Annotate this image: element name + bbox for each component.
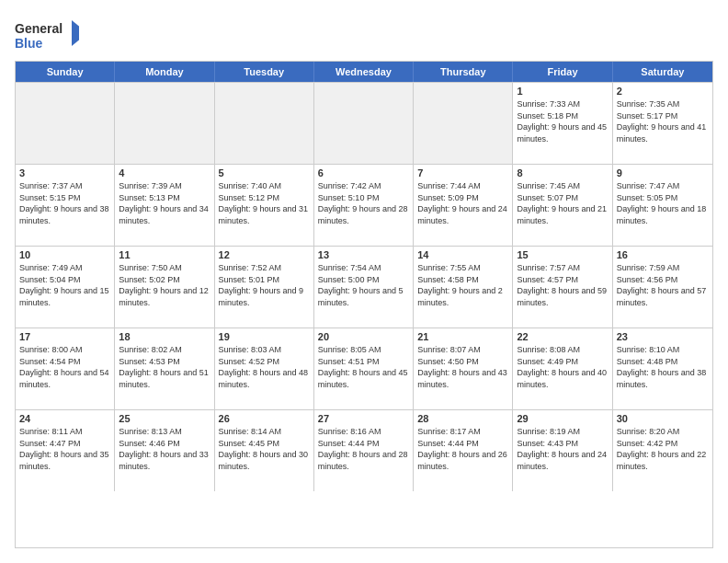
- day-header-tuesday: Tuesday: [215, 62, 314, 82]
- day-info: Sunrise: 7:47 AM Sunset: 5:05 PM Dayligh…: [617, 180, 709, 226]
- day-cell-1: 1Sunrise: 7:33 AM Sunset: 5:18 PM Daylig…: [513, 83, 612, 164]
- day-number: 13: [318, 249, 409, 260]
- day-number: 4: [119, 167, 210, 178]
- day-info: Sunrise: 8:05 AM Sunset: 4:51 PM Dayligh…: [318, 344, 409, 390]
- day-number: 14: [417, 249, 508, 260]
- day-info: Sunrise: 8:03 AM Sunset: 4:52 PM Dayligh…: [219, 344, 310, 390]
- week-row-4: 17Sunrise: 8:00 AM Sunset: 4:54 PM Dayli…: [16, 327, 712, 409]
- day-info: Sunrise: 7:55 AM Sunset: 4:58 PM Dayligh…: [417, 262, 508, 308]
- day-info: Sunrise: 7:39 AM Sunset: 5:13 PM Dayligh…: [119, 180, 210, 226]
- page: General Blue SundayMondayTuesdayWednesda…: [0, 0, 728, 563]
- day-header-saturday: Saturday: [613, 62, 712, 82]
- empty-cell: [115, 83, 214, 164]
- day-cell-6: 6Sunrise: 7:42 AM Sunset: 5:10 PM Daylig…: [314, 165, 414, 246]
- day-number: 27: [318, 413, 409, 424]
- day-cell-25: 25Sunrise: 8:13 AM Sunset: 4:46 PM Dayli…: [115, 410, 214, 491]
- day-number: 30: [617, 413, 709, 424]
- day-number: 16: [617, 249, 709, 260]
- day-header-wednesday: Wednesday: [314, 62, 414, 82]
- day-number: 22: [517, 331, 608, 342]
- day-number: 15: [517, 249, 608, 260]
- empty-cell: [16, 83, 115, 164]
- day-info: Sunrise: 8:10 AM Sunset: 4:48 PM Dayligh…: [617, 344, 709, 390]
- day-info: Sunrise: 8:07 AM Sunset: 4:50 PM Dayligh…: [417, 344, 508, 390]
- day-cell-21: 21Sunrise: 8:07 AM Sunset: 4:50 PM Dayli…: [414, 328, 513, 409]
- day-info: Sunrise: 8:08 AM Sunset: 4:49 PM Dayligh…: [517, 344, 608, 390]
- day-info: Sunrise: 8:16 AM Sunset: 4:44 PM Dayligh…: [318, 426, 409, 472]
- header: General Blue: [15, 15, 713, 52]
- day-cell-7: 7Sunrise: 7:44 AM Sunset: 5:09 PM Daylig…: [414, 165, 513, 246]
- empty-cell: [215, 83, 314, 164]
- day-info: Sunrise: 8:11 AM Sunset: 4:47 PM Dayligh…: [19, 426, 110, 472]
- week-row-5: 24Sunrise: 8:11 AM Sunset: 4:47 PM Dayli…: [16, 409, 712, 491]
- day-number: 1: [517, 86, 608, 97]
- day-info: Sunrise: 8:20 AM Sunset: 4:42 PM Dayligh…: [617, 426, 709, 472]
- day-number: 11: [119, 249, 210, 260]
- day-cell-26: 26Sunrise: 8:14 AM Sunset: 4:45 PM Dayli…: [215, 410, 314, 491]
- svg-text:Blue: Blue: [15, 36, 43, 51]
- day-cell-18: 18Sunrise: 8:02 AM Sunset: 4:53 PM Dayli…: [115, 328, 214, 409]
- week-row-3: 10Sunrise: 7:49 AM Sunset: 5:04 PM Dayli…: [16, 246, 712, 327]
- day-cell-23: 23Sunrise: 8:10 AM Sunset: 4:48 PM Dayli…: [613, 328, 712, 409]
- day-info: Sunrise: 8:13 AM Sunset: 4:46 PM Dayligh…: [119, 426, 210, 472]
- day-header-friday: Friday: [513, 62, 612, 82]
- day-number: 12: [219, 249, 310, 260]
- day-cell-30: 30Sunrise: 8:20 AM Sunset: 4:42 PM Dayli…: [613, 410, 712, 491]
- day-cell-10: 10Sunrise: 7:49 AM Sunset: 5:04 PM Dayli…: [16, 247, 115, 327]
- day-number: 29: [517, 413, 608, 424]
- day-cell-3: 3Sunrise: 7:37 AM Sunset: 5:15 PM Daylig…: [16, 165, 115, 246]
- day-info: Sunrise: 7:42 AM Sunset: 5:10 PM Dayligh…: [318, 180, 409, 226]
- day-number: 24: [19, 413, 110, 424]
- day-number: 6: [318, 167, 409, 178]
- day-cell-19: 19Sunrise: 8:03 AM Sunset: 4:52 PM Dayli…: [215, 328, 314, 409]
- logo-svg: General Blue: [15, 18, 79, 52]
- empty-cell: [414, 83, 513, 164]
- day-info: Sunrise: 7:49 AM Sunset: 5:04 PM Dayligh…: [19, 262, 110, 308]
- day-cell-11: 11Sunrise: 7:50 AM Sunset: 5:02 PM Dayli…: [115, 247, 214, 327]
- week-row-2: 3Sunrise: 7:37 AM Sunset: 5:15 PM Daylig…: [16, 164, 712, 246]
- day-cell-15: 15Sunrise: 7:57 AM Sunset: 4:57 PM Dayli…: [513, 247, 612, 327]
- day-cell-28: 28Sunrise: 8:17 AM Sunset: 4:44 PM Dayli…: [414, 410, 513, 491]
- day-number: 18: [119, 331, 210, 342]
- day-cell-27: 27Sunrise: 8:16 AM Sunset: 4:44 PM Dayli…: [314, 410, 414, 491]
- day-cell-8: 8Sunrise: 7:45 AM Sunset: 5:07 PM Daylig…: [513, 165, 612, 246]
- svg-text:General: General: [15, 21, 63, 36]
- day-number: 28: [417, 413, 508, 424]
- day-info: Sunrise: 8:17 AM Sunset: 4:44 PM Dayligh…: [417, 426, 508, 472]
- day-cell-14: 14Sunrise: 7:55 AM Sunset: 4:58 PM Dayli…: [414, 247, 513, 327]
- week-row-1: 1Sunrise: 7:33 AM Sunset: 5:18 PM Daylig…: [16, 82, 712, 164]
- day-cell-9: 9Sunrise: 7:47 AM Sunset: 5:05 PM Daylig…: [613, 165, 712, 246]
- logo: General Blue: [15, 18, 79, 52]
- day-number: 10: [19, 249, 110, 260]
- day-cell-13: 13Sunrise: 7:54 AM Sunset: 5:00 PM Dayli…: [314, 247, 414, 327]
- calendar: SundayMondayTuesdayWednesdayThursdayFrid…: [15, 61, 713, 548]
- day-info: Sunrise: 7:33 AM Sunset: 5:18 PM Dayligh…: [517, 98, 608, 144]
- day-number: 17: [19, 331, 110, 342]
- calendar-header: SundayMondayTuesdayWednesdayThursdayFrid…: [16, 62, 712, 82]
- calendar-body: 1Sunrise: 7:33 AM Sunset: 5:18 PM Daylig…: [16, 82, 712, 491]
- day-cell-17: 17Sunrise: 8:00 AM Sunset: 4:54 PM Dayli…: [16, 328, 115, 409]
- day-info: Sunrise: 7:40 AM Sunset: 5:12 PM Dayligh…: [219, 180, 310, 226]
- svg-marker-2: [72, 20, 79, 46]
- day-header-monday: Monday: [115, 62, 214, 82]
- day-header-thursday: Thursday: [414, 62, 513, 82]
- day-number: 8: [517, 167, 608, 178]
- day-info: Sunrise: 8:02 AM Sunset: 4:53 PM Dayligh…: [119, 344, 210, 390]
- day-number: 23: [617, 331, 709, 342]
- day-header-sunday: Sunday: [16, 62, 115, 82]
- day-cell-29: 29Sunrise: 8:19 AM Sunset: 4:43 PM Dayli…: [513, 410, 612, 491]
- day-info: Sunrise: 7:52 AM Sunset: 5:01 PM Dayligh…: [219, 262, 310, 308]
- day-cell-5: 5Sunrise: 7:40 AM Sunset: 5:12 PM Daylig…: [215, 165, 314, 246]
- day-number: 25: [119, 413, 210, 424]
- day-number: 20: [318, 331, 409, 342]
- day-info: Sunrise: 7:59 AM Sunset: 4:56 PM Dayligh…: [617, 262, 709, 308]
- day-cell-2: 2Sunrise: 7:35 AM Sunset: 5:17 PM Daylig…: [613, 83, 712, 164]
- empty-cell: [314, 83, 414, 164]
- day-number: 9: [617, 167, 709, 178]
- day-cell-22: 22Sunrise: 8:08 AM Sunset: 4:49 PM Dayli…: [513, 328, 612, 409]
- day-number: 7: [417, 167, 508, 178]
- day-info: Sunrise: 7:44 AM Sunset: 5:09 PM Dayligh…: [417, 180, 508, 226]
- day-number: 5: [219, 167, 310, 178]
- day-number: 19: [219, 331, 310, 342]
- day-info: Sunrise: 7:45 AM Sunset: 5:07 PM Dayligh…: [517, 180, 608, 226]
